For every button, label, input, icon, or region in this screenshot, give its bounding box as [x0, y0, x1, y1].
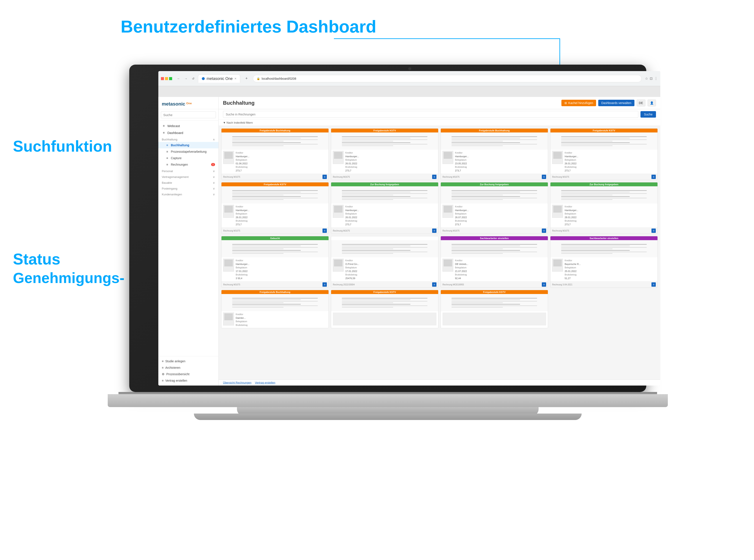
doc-meta: KreditorBayerische R... Belegdatum25.01.… — [564, 259, 656, 280]
doc-meta: KreditorHamburger... Belegdatum01.06.202… — [236, 151, 327, 172]
de-button[interactable]: DE — [637, 100, 646, 106]
doc-action-btn[interactable]: ≡ — [652, 175, 656, 179]
doc-action-btn[interactable]: ≡ — [322, 282, 327, 287]
doc-preview — [331, 294, 438, 311]
sidebar-item-buchhaltung[interactable]: ≡ Buchhaltung — [158, 142, 218, 148]
doc-preview — [331, 186, 438, 203]
sidebar-section-personal[interactable]: Personal ∨ — [158, 169, 218, 174]
doc-action-btn[interactable]: ≡ — [542, 175, 546, 179]
doc-card[interactable]: Sachbearbeiter einstellen KreditorBayeri… — [550, 236, 658, 288]
doc-footer: Rechnung M1675 ≡ — [441, 227, 548, 234]
preview-lines — [232, 244, 318, 254]
url-bar[interactable]: 🔒 localhost/dashboard/0208 — [253, 75, 641, 82]
sidebar-search-area — [158, 109, 218, 121]
browser-nav[interactable]: ← → ↺ — [176, 76, 196, 82]
refresh-button[interactable]: ↺ — [190, 76, 196, 82]
sidebar: metasonic One ≡ Webcast ≡ Dashbo — [158, 97, 219, 385]
doc-card[interactable]: Freigabestufe KSTV KreditorHamburger... … — [221, 182, 329, 234]
vertrag-link[interactable]: Vertrag erstellen — [255, 381, 275, 384]
doc-meta: KreditorHamburger... Belegdatum17.01.202… — [236, 259, 327, 280]
app-container: metasonic One ≡ Webcast ≡ Dashbo — [158, 97, 660, 385]
doc-action-btn[interactable]: ≡ — [542, 282, 546, 287]
doc-preview-thumb — [223, 151, 234, 164]
sidebar-item-prozessstapel[interactable]: ≡ Prozessstapelverarbeitung — [158, 148, 218, 155]
user-button[interactable]: 👤 — [648, 100, 656, 106]
doc-card[interactable]: Sachbearbeiter einstellen KreditorDB Vet… — [440, 236, 548, 288]
doc-card[interactable]: Freigabestufe Buchhaltung KreditorDaimle… — [221, 290, 329, 328]
sidebar-item-rechnungen[interactable]: ≡ Rechnungen 0 — [158, 161, 218, 168]
search-button[interactable]: Suche — [640, 111, 656, 118]
doc-preview-thumb — [223, 259, 234, 272]
list-icon-4: ≡ — [165, 156, 169, 160]
sidebar-bottom-archivieren[interactable]: ≡ Archivieren — [158, 364, 218, 371]
doc-card[interactable]: KreditorO.Prind Gn... Belegdatum17.01.20… — [331, 236, 438, 288]
doc-action-btn[interactable]: ≡ — [542, 228, 546, 233]
doc-footer: Rechnung 3-04-2021 ≡ — [551, 281, 657, 287]
doc-info: KreditorHamburger... Belegdatum28.01.202… — [551, 203, 657, 227]
doc-info: KreditorDaimler... Belegdatum Bruttobetr… — [221, 311, 329, 328]
doc-status: Zur Buchung freigegeben — [551, 182, 657, 186]
doc-status: Zur Buchung freigegeben — [441, 182, 548, 186]
doc-preview-thumb — [442, 259, 453, 272]
doc-card[interactable]: Gebucht KreditorHamburger... Belegdatum1… — [221, 236, 329, 288]
preview-lines — [561, 190, 647, 200]
sidebar-section-buchhaltung[interactable]: Buchhaltung ∧ — [158, 137, 218, 142]
sidebar-section-posteingang[interactable]: Posteingang ∨ — [158, 186, 218, 191]
doc-info: KreditorDB Vetrieb... Belegdatum21.07.20… — [441, 257, 548, 281]
archivieren-icon: ≡ — [162, 366, 163, 369]
doc-status: Freigabestufe KSTV — [221, 182, 329, 186]
search-input[interactable] — [223, 111, 638, 118]
sidebar-bottom-studie[interactable]: ≡ Studie anlegen — [158, 358, 218, 364]
doc-preview — [221, 294, 329, 311]
doc-footer: Rechnung M1675 ≡ — [551, 174, 657, 180]
doc-card[interactable]: Freigabestufe KSTV — [331, 290, 438, 328]
sidebar-logo: metasonic One — [158, 97, 218, 109]
doc-card[interactable]: Freigabestufe Buchhaltung KreditorHambur… — [440, 128, 548, 180]
doc-status: Freigabestufe Buchhaltung — [221, 128, 329, 133]
preview-lines — [561, 136, 647, 146]
doc-preview — [551, 240, 657, 257]
doc-card[interactable]: Zur Buchung freigegeben KreditorHamburge… — [550, 182, 658, 234]
preview-lines — [342, 244, 428, 254]
doc-status: Freigabestufe KSTV — [331, 128, 438, 133]
sidebar-bottom-vertrag[interactable]: ≡ Vertrag erstellen — [158, 377, 218, 384]
doc-action-btn[interactable]: ≡ — [432, 282, 436, 287]
doc-card[interactable]: Zur Buchung freigegeben KreditorHamburge… — [440, 182, 548, 234]
laptop-foot — [194, 414, 582, 420]
doc-action-btn[interactable]: ≡ — [652, 228, 656, 233]
forward-button[interactable]: → — [183, 76, 189, 82]
doc-card[interactable]: Freigabestufe KSTV KreditorHamburger... … — [550, 128, 658, 180]
back-button[interactable]: ← — [176, 76, 182, 82]
dashboards-verwalten-button[interactable]: Dashboards verwalten — [598, 100, 634, 106]
doc-action-btn[interactable]: ≡ — [432, 228, 436, 233]
doc-action-btn[interactable]: ≡ — [652, 282, 656, 287]
doc-card[interactable]: Zur Buchung freigegeben KreditorHamburge… — [331, 182, 438, 234]
browser-tab-new[interactable]: + — [242, 75, 251, 83]
sidebar-item-capture[interactable]: ≡ Capture — [158, 155, 218, 161]
sidebar-item-webcast[interactable]: ≡ Webcast — [158, 122, 218, 129]
kachel-hinzufuegen-button[interactable]: ⊞ Kachel hinzufügen — [561, 100, 596, 106]
plus-icon: ⊞ — [564, 101, 567, 105]
filter-row[interactable]: ▼ Nach Indexfeld filtern — [219, 120, 660, 126]
doc-card[interactable]: Freigabestufe KSTV KreditorHamburger... … — [331, 128, 438, 180]
logo-one: One — [186, 102, 192, 105]
sidebar-bottom-prozess[interactable]: ⚙ Prozessübersicht — [158, 371, 218, 377]
doc-action-btn[interactable]: ≡ — [432, 175, 436, 179]
sidebar-section-bauakte[interactable]: Bauakte ∨ — [158, 180, 218, 185]
doc-action-btn[interactable]: ≡ — [322, 175, 327, 179]
browser-tab-active[interactable]: 🔵 metasonic One ✕ — [198, 75, 240, 83]
document-grid: Freigabestufe Buchhaltung KreditorHambur… — [219, 126, 660, 380]
doc-card[interactable]: Freigabestufe KSTV — [440, 290, 548, 328]
doc-preview-thumb — [333, 151, 344, 164]
sidebar-item-dashboard[interactable]: ≡ Dashboard — [158, 129, 218, 136]
sidebar-section-kundenanliegen[interactable]: Kundenanliegen ∨ — [158, 192, 218, 197]
logo-text: metasonic — [162, 101, 185, 107]
doc-card[interactable]: Freigabestufe Buchhaltung KreditorHambur… — [221, 128, 329, 180]
doc-action-btn[interactable]: ≡ — [322, 228, 327, 233]
sidebar-search-input[interactable] — [161, 111, 216, 118]
list-icon: ≡ — [162, 124, 166, 128]
doc-footer: Rechnung M1675 ≡ — [221, 227, 329, 234]
laptop-screen: ← → ↺ 🔵 metasonic One ✕ + 🔒 localhost/da… — [158, 71, 660, 385]
sidebar-section-vertragsmanagement[interactable]: Vertragsmanagement ∨ — [158, 175, 218, 179]
ubersicht-link[interactable]: Übersicht Rechnungen — [223, 381, 252, 384]
